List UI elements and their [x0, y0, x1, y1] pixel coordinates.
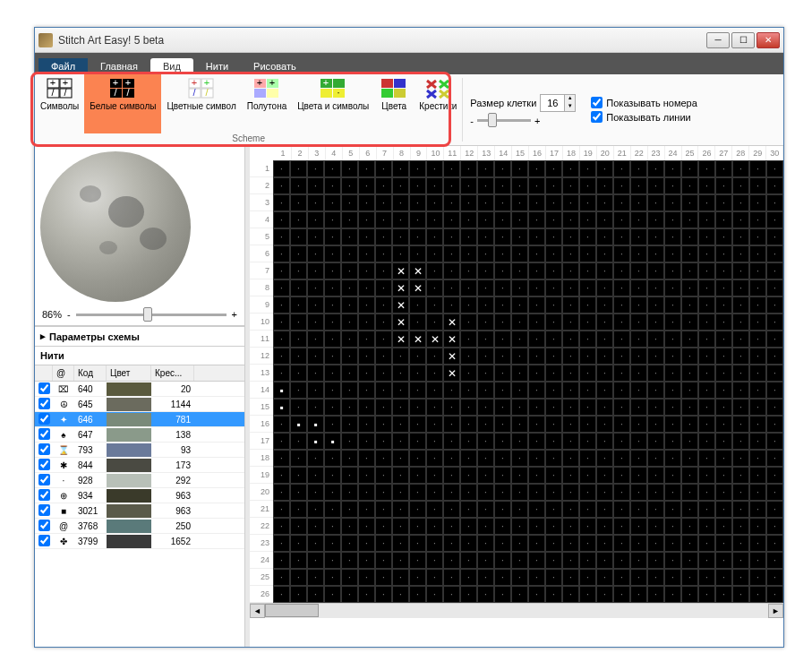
zoom-minus[interactable]: -	[67, 309, 71, 320]
cell-size-slider[interactable]	[477, 119, 531, 122]
expand-icon: ▸	[40, 331, 46, 342]
svg-text:+: +	[269, 77, 275, 88]
ribbon-colors-symbols[interactable]: +· Цвета и символы	[292, 74, 374, 133]
tab-view[interactable]: Вид	[150, 58, 193, 74]
svg-text:+: +	[323, 77, 329, 88]
thread-row[interactable]: ☮6451144	[35, 397, 244, 412]
thread-table: @ Код Цвет Крес... ⌧64020☮6451144✦646781…	[35, 365, 244, 647]
svg-rect-37	[394, 79, 406, 88]
thread-row[interactable]: ⊕934963	[35, 488, 244, 503]
color-symbols-icon: ++//	[187, 78, 216, 99]
preview-panel: 86% - +	[35, 146, 244, 326]
slider-thumb[interactable]	[488, 113, 497, 127]
ribbon-white-symbols[interactable]: ++// Белые символы	[84, 74, 161, 133]
thread-row[interactable]: ⌧64020	[35, 382, 244, 397]
thread-row[interactable]: ✦646781	[35, 412, 244, 427]
show-numbers-check[interactable]: Показывать номера	[591, 97, 697, 108]
zoom-plus[interactable]: +	[232, 309, 237, 320]
maximize-button[interactable]: ☐	[731, 32, 755, 48]
ribbon-symbols[interactable]: ++// Символы	[35, 74, 84, 133]
minimize-button[interactable]: ─	[706, 32, 730, 48]
thread-row[interactable]: ·928292	[35, 473, 244, 488]
zoom-slider[interactable]	[76, 314, 227, 316]
svg-rect-32	[321, 89, 332, 98]
svg-rect-27	[267, 89, 278, 98]
colors-symbols-icon: +·	[319, 78, 347, 99]
ribbon-color-symbols[interactable]: ++// Цветные символ	[161, 74, 241, 133]
thread-row[interactable]: ✤37991652	[35, 534, 244, 549]
thread-row[interactable]: ■3021963	[35, 503, 244, 519]
zoom-thumb[interactable]	[143, 307, 152, 322]
svg-text:+: +	[257, 77, 262, 88]
show-lines-check[interactable]: Показывать линии	[591, 111, 697, 123]
symbols-icon: ++//	[46, 78, 74, 99]
svg-text:·: ·	[338, 87, 340, 98]
svg-rect-39	[394, 89, 406, 98]
close-button[interactable]: ✕	[756, 32, 780, 48]
ruler-vertical: 1234567891011121314151617181920212223242…	[250, 160, 273, 603]
white-symbols-icon: ++//	[108, 78, 137, 99]
app-icon	[38, 33, 53, 47]
scroll-right[interactable]: ►	[768, 604, 783, 618]
titlebar: Stitch Art Easy! 5 beta ─ ☐ ✕	[35, 28, 783, 53]
app-window: Stitch Art Easy! 5 beta ─ ☐ ✕ Файл Главн…	[34, 27, 784, 648]
ribbon-crosses[interactable]: Крестики	[414, 74, 462, 133]
crosses-icon	[423, 78, 452, 99]
zoom-value: 86%	[42, 309, 62, 320]
tab-file[interactable]: Файл	[38, 58, 88, 74]
slider-plus[interactable]: +	[534, 116, 540, 126]
params-header[interactable]: ▸ Параметры схемы	[35, 326, 244, 347]
ribbon-halftone[interactable]: ++ Полутона	[242, 74, 292, 133]
thread-row[interactable]: ♠647138	[35, 427, 244, 442]
thread-row[interactable]: ⌛79393	[35, 442, 244, 458]
ribbon-tabs: Файл Главная Вид Нити Рисовать	[35, 53, 783, 74]
tab-threads[interactable]: Нити	[193, 58, 241, 74]
cell-size-input[interactable]	[541, 95, 564, 111]
svg-rect-38	[381, 89, 393, 98]
scrollbar-horizontal[interactable]: ◄ ►	[250, 603, 783, 618]
thread-row[interactable]: ✱844173	[35, 458, 244, 473]
ribbon-group-label: Scheme	[35, 133, 462, 145]
scroll-thumb-h[interactable]	[265, 604, 319, 617]
preview-image	[40, 151, 191, 302]
ribbon: ++// Символы ++// Белые символы ++// Цве…	[35, 74, 783, 146]
svg-rect-26	[254, 89, 266, 98]
thread-row[interactable]: @3768250	[35, 519, 244, 534]
cell-size-label: Размер клетки	[470, 98, 536, 108]
halftone-icon: ++	[252, 78, 281, 99]
tab-draw[interactable]: Рисовать	[241, 58, 309, 74]
tab-main[interactable]: Главная	[88, 58, 150, 74]
ruler-horizontal: 1234567891011121314151617181920212223242…	[275, 146, 783, 160]
cell-size-spinner[interactable]: ▲▼	[540, 94, 576, 112]
canvas-area: 1234567891011121314151617181920212223242…	[250, 146, 783, 647]
svg-rect-36	[381, 79, 393, 88]
stitch-grid[interactable]	[273, 160, 783, 603]
spinner-up[interactable]: ▲	[564, 95, 575, 103]
slider-minus[interactable]: -	[470, 116, 474, 126]
window-title: Stitch Art Easy! 5 beta	[58, 34, 706, 47]
ribbon-colors[interactable]: Цвета	[374, 74, 414, 133]
threads-header: Нити	[35, 347, 244, 365]
colors-icon	[380, 78, 408, 99]
scroll-left[interactable]: ◄	[250, 604, 265, 618]
spinner-down[interactable]: ▼	[564, 103, 575, 111]
sidebar: 86% - + ▸ Параметры схемы Нити @ Код Цве…	[35, 146, 245, 647]
